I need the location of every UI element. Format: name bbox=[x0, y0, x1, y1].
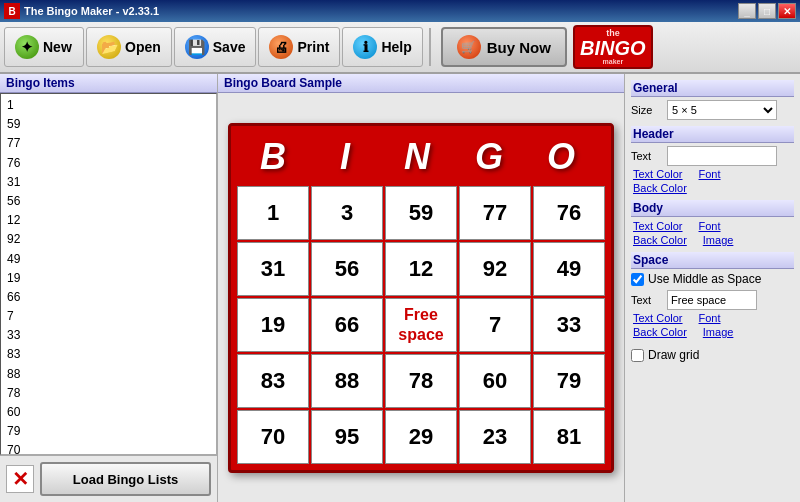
bingo-cell: 60 bbox=[459, 354, 531, 408]
bingo-cell: 59 bbox=[385, 186, 457, 240]
space-font-link[interactable]: Font bbox=[699, 312, 721, 324]
draw-grid-row: Draw grid bbox=[631, 348, 794, 362]
space-text-input[interactable] bbox=[667, 290, 757, 310]
window-controls: _ □ ✕ bbox=[738, 3, 796, 19]
use-middle-label: Use Middle as Space bbox=[648, 272, 761, 286]
size-label: Size bbox=[631, 104, 663, 116]
board-container: B I N G O 1 3 59 77 76 31 56 12 92 49 bbox=[218, 93, 624, 502]
bingo-cell: 23 bbox=[459, 410, 531, 464]
bingo-letter-n: N bbox=[381, 132, 453, 182]
header-links-row: Text Color Font bbox=[631, 168, 794, 180]
header-font-link[interactable]: Font bbox=[699, 168, 721, 180]
print-label: Print bbox=[297, 39, 329, 55]
draw-grid-label: Draw grid bbox=[648, 348, 699, 362]
header-text-input[interactable] bbox=[667, 146, 777, 166]
use-middle-checkbox[interactable] bbox=[631, 273, 644, 286]
body-image-link[interactable]: Image bbox=[703, 234, 734, 246]
body-links-row-1: Text Color Font bbox=[631, 220, 794, 232]
size-select[interactable]: 3 × 3 4 × 4 5 × 5 6 × 6 bbox=[667, 100, 777, 120]
bingo-letter-g: G bbox=[453, 132, 525, 182]
body-back-color-link[interactable]: Back Color bbox=[633, 234, 687, 246]
right-panel: General Size 3 × 3 4 × 4 5 × 5 6 × 6 Hea… bbox=[624, 74, 800, 502]
help-button[interactable]: ℹ Help bbox=[342, 27, 422, 67]
new-icon: ✦ bbox=[15, 35, 39, 59]
space-links-row-1: Text Color Font bbox=[631, 312, 794, 324]
main-content: Bingo Items 1 59 77 76 31 56 12 92 49 19… bbox=[0, 74, 800, 502]
list-item: 12 bbox=[3, 211, 214, 230]
list-item: 1 bbox=[3, 96, 214, 115]
bingo-cell: 88 bbox=[311, 354, 383, 408]
new-button[interactable]: ✦ New bbox=[4, 27, 84, 67]
list-item: 77 bbox=[3, 134, 214, 153]
toolbar-separator bbox=[429, 28, 431, 66]
delete-icon: ✕ bbox=[12, 469, 29, 489]
buy-label: Buy Now bbox=[487, 39, 551, 56]
bingo-cell: 78 bbox=[385, 354, 457, 408]
bingo-cell: 83 bbox=[237, 354, 309, 408]
body-text-color-link[interactable]: Text Color bbox=[633, 220, 683, 232]
list-item: 49 bbox=[3, 250, 214, 269]
bingo-cell: 19 bbox=[237, 298, 309, 352]
list-item: 70 bbox=[3, 441, 214, 455]
bingo-cell: 7 bbox=[459, 298, 531, 352]
minimize-button[interactable]: _ bbox=[738, 3, 756, 19]
bingo-cell: 79 bbox=[533, 354, 605, 408]
bingo-letter-o: O bbox=[525, 132, 597, 182]
body-label: Body bbox=[631, 200, 794, 217]
left-panel: Bingo Items 1 59 77 76 31 56 12 92 49 19… bbox=[0, 74, 218, 502]
draw-grid-checkbox[interactable] bbox=[631, 349, 644, 362]
list-item: 66 bbox=[3, 288, 214, 307]
close-button[interactable]: ✕ bbox=[778, 3, 796, 19]
list-item: 7 bbox=[3, 307, 214, 326]
open-button[interactable]: 📂 Open bbox=[86, 27, 172, 67]
load-bingo-lists-label: Load Bingo Lists bbox=[73, 472, 178, 487]
open-icon: 📂 bbox=[97, 35, 121, 59]
list-item: 83 bbox=[3, 345, 214, 364]
bingo-cell: 29 bbox=[385, 410, 457, 464]
size-row: Size 3 × 3 4 × 4 5 × 5 6 × 6 bbox=[631, 100, 794, 120]
app-icon: B bbox=[4, 3, 20, 19]
save-label: Save bbox=[213, 39, 246, 55]
list-item: 19 bbox=[3, 269, 214, 288]
help-icon: ℹ bbox=[353, 35, 377, 59]
buy-now-button[interactable]: 🛒 Buy Now bbox=[441, 27, 567, 67]
list-item: 78 bbox=[3, 384, 214, 403]
bingo-cell: 12 bbox=[385, 242, 457, 296]
general-label: General bbox=[631, 80, 794, 97]
body-font-link[interactable]: Font bbox=[699, 220, 721, 232]
header-text-label: Text bbox=[631, 150, 663, 162]
bingo-cell: 49 bbox=[533, 242, 605, 296]
space-label: Space bbox=[631, 252, 794, 269]
panel-footer: ✕ Load Bingo Lists bbox=[0, 455, 217, 502]
board-header: Bingo Board Sample bbox=[218, 74, 624, 93]
bingo-items-header: Bingo Items bbox=[0, 74, 217, 93]
list-item: 79 bbox=[3, 422, 214, 441]
bingo-grid: 1 3 59 77 76 31 56 12 92 49 19 66 Free s… bbox=[237, 186, 605, 464]
header-label: Header bbox=[631, 126, 794, 143]
bingo-cell: 76 bbox=[533, 186, 605, 240]
bingo-cell: 33 bbox=[533, 298, 605, 352]
space-section: Space Use Middle as Space Text Text Colo… bbox=[631, 252, 794, 340]
space-text-color-link[interactable]: Text Color bbox=[633, 312, 683, 324]
list-item: 56 bbox=[3, 192, 214, 211]
delete-button[interactable]: ✕ bbox=[6, 465, 34, 493]
save-button[interactable]: 💾 Save bbox=[174, 27, 257, 67]
list-item: 60 bbox=[3, 403, 214, 422]
middle-panel: Bingo Board Sample B I N G O 1 3 59 77 7… bbox=[218, 74, 624, 502]
header-text-color-link[interactable]: Text Color bbox=[633, 168, 683, 180]
bingo-letter-i: I bbox=[309, 132, 381, 182]
list-item: 59 bbox=[3, 115, 214, 134]
space-back-color-link[interactable]: Back Color bbox=[633, 326, 687, 338]
print-button[interactable]: 🖨 Print bbox=[258, 27, 340, 67]
space-image-link[interactable]: Image bbox=[703, 326, 734, 338]
bingo-cell: 1 bbox=[237, 186, 309, 240]
items-list[interactable]: 1 59 77 76 31 56 12 92 49 19 66 7 33 83 … bbox=[0, 93, 217, 455]
bingo-cell: 3 bbox=[311, 186, 383, 240]
load-bingo-lists-button[interactable]: Load Bingo Lists bbox=[40, 462, 211, 496]
general-section: General Size 3 × 3 4 × 4 5 × 5 6 × 6 bbox=[631, 80, 794, 122]
restore-button[interactable]: □ bbox=[758, 3, 776, 19]
bingo-cell: 31 bbox=[237, 242, 309, 296]
save-icon: 💾 bbox=[185, 35, 209, 59]
header-back-color-link[interactable]: Back Color bbox=[633, 182, 687, 194]
items-list-container: 1 59 77 76 31 56 12 92 49 19 66 7 33 83 … bbox=[0, 93, 217, 455]
